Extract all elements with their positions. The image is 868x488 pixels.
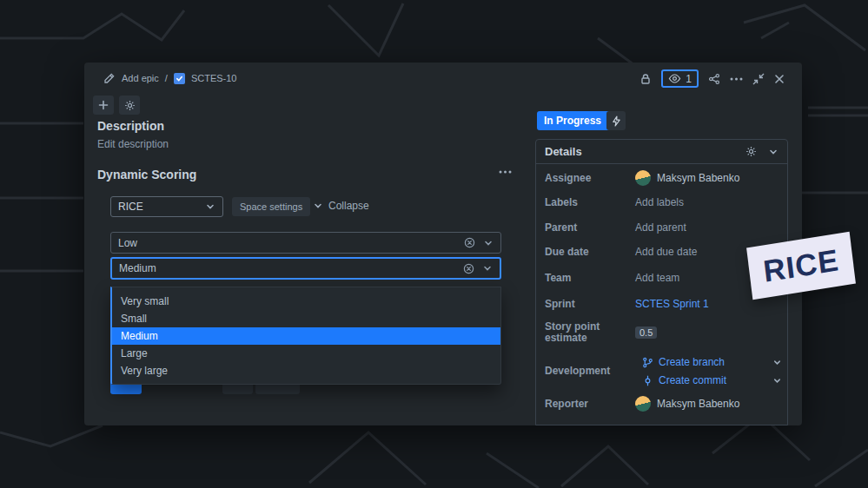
space-settings-button[interactable]: Space settings bbox=[232, 197, 310, 216]
add-button[interactable] bbox=[93, 96, 114, 115]
field-parent[interactable]: Parent Add parent bbox=[545, 219, 782, 236]
desktop-background: Add epic / SCTES-10 1 bbox=[0, 0, 868, 488]
branch-icon bbox=[642, 357, 653, 368]
team-label: Team bbox=[545, 272, 635, 284]
option-small[interactable]: Small bbox=[112, 310, 500, 327]
watch-button[interactable]: 1 bbox=[661, 69, 699, 88]
parent-value[interactable]: Add parent bbox=[635, 221, 686, 234]
more-actions-icon[interactable] bbox=[730, 77, 743, 81]
details-title: Details bbox=[545, 145, 582, 158]
collapse-label: Collapse bbox=[328, 200, 369, 212]
option-medium[interactable]: Medium bbox=[112, 327, 500, 345]
rice-sticker-text: RICE bbox=[761, 242, 840, 288]
framework-select[interactable]: RICE bbox=[110, 196, 223, 217]
due-date-value[interactable]: Add due date bbox=[635, 246, 697, 258]
create-branch-link[interactable]: Create branch bbox=[659, 356, 725, 368]
breadcrumb-separator: / bbox=[165, 73, 168, 83]
clear-icon[interactable] bbox=[463, 263, 474, 274]
labels-label: Labels bbox=[545, 196, 635, 208]
edit-epic-icon[interactable] bbox=[103, 72, 116, 84]
field-assignee[interactable]: Assignee Maksym Babenko bbox=[545, 169, 782, 187]
breadcrumb: Add epic / SCTES-10 bbox=[103, 72, 236, 84]
field-sprint[interactable]: Sprint SCTES Sprint 1 bbox=[545, 295, 782, 313]
score-field-medium[interactable]: Medium bbox=[110, 257, 501, 280]
option-very-large[interactable]: Very large bbox=[112, 362, 500, 379]
avatar bbox=[635, 170, 651, 186]
chevron-down-icon[interactable] bbox=[483, 238, 494, 248]
sprint-value[interactable]: SCTES Sprint 1 bbox=[635, 298, 709, 310]
chevron-down-icon[interactable] bbox=[482, 263, 493, 274]
reporter-label: Reporter bbox=[545, 398, 635, 410]
chevron-down-icon[interactable] bbox=[772, 358, 782, 367]
parent-label: Parent bbox=[545, 221, 635, 234]
edit-description-link[interactable]: Edit description bbox=[97, 138, 169, 150]
development-label: Development bbox=[545, 365, 635, 377]
field-team[interactable]: Team Add team bbox=[545, 269, 782, 287]
apps-settings-button[interactable] bbox=[119, 96, 140, 115]
create-commit-row[interactable]: Create commit bbox=[642, 372, 782, 389]
score-field-low-value: Low bbox=[118, 237, 137, 249]
assignee-value: Maksym Babenko bbox=[657, 172, 739, 184]
create-commit-link[interactable]: Create commit bbox=[659, 374, 726, 386]
framework-select-value: RICE bbox=[118, 201, 143, 213]
details-header[interactable]: Details bbox=[536, 140, 787, 164]
field-reporter[interactable]: Reporter Maksym Babenko bbox=[545, 395, 782, 412]
close-icon[interactable] bbox=[774, 74, 785, 84]
create-branch-row[interactable]: Create branch bbox=[642, 353, 782, 371]
collapse-modal-icon[interactable] bbox=[752, 73, 765, 85]
watch-count: 1 bbox=[686, 73, 692, 85]
quick-add-toolbar bbox=[93, 96, 140, 115]
labels-value[interactable]: Add labels bbox=[635, 196, 684, 208]
story-points-value[interactable]: 0.5 bbox=[635, 326, 657, 339]
chevron-down-icon[interactable] bbox=[772, 376, 782, 386]
lightning-icon bbox=[612, 115, 621, 127]
lock-icon[interactable] bbox=[639, 73, 652, 85]
details-settings-icon[interactable] bbox=[745, 146, 757, 157]
space-settings-label: Space settings bbox=[240, 201, 302, 212]
field-labels[interactable]: Labels Add labels bbox=[545, 194, 782, 211]
task-type-icon bbox=[174, 73, 185, 84]
eye-icon bbox=[668, 72, 681, 85]
chevron-down-icon[interactable] bbox=[768, 147, 779, 157]
collapse-toggle[interactable]: Collapse bbox=[313, 200, 369, 212]
description-heading: Description bbox=[97, 119, 164, 133]
header-controls: 1 bbox=[639, 69, 785, 88]
team-value[interactable]: Add team bbox=[635, 272, 679, 284]
issue-modal: Add epic / SCTES-10 1 bbox=[84, 63, 802, 425]
commit-icon bbox=[642, 375, 653, 386]
option-large[interactable]: Large bbox=[112, 345, 500, 362]
assignee-label: Assignee bbox=[545, 172, 635, 184]
automation-button[interactable] bbox=[606, 111, 626, 130]
field-story-points[interactable]: Story point estimate 0.5 bbox=[545, 320, 782, 345]
sprint-label: Sprint bbox=[545, 298, 635, 310]
score-options-listbox: Very small Small Medium Large Very large bbox=[110, 287, 501, 385]
chevron-down-icon bbox=[205, 201, 215, 212]
chevron-down-icon bbox=[313, 201, 323, 211]
score-field-low[interactable]: Low bbox=[110, 232, 501, 254]
share-icon[interactable] bbox=[708, 73, 720, 85]
status-label: In Progress bbox=[544, 115, 601, 127]
score-field-medium-value: Medium bbox=[119, 262, 156, 274]
option-very-small[interactable]: Very small bbox=[112, 293, 500, 310]
story-points-label: Story point estimate bbox=[545, 321, 635, 344]
issue-key-link[interactable]: SCTES-10 bbox=[191, 73, 237, 83]
add-epic-link[interactable]: Add epic bbox=[122, 73, 159, 83]
due-date-label: Due date bbox=[545, 246, 635, 258]
dynamic-scoring-heading: Dynamic Scoring bbox=[97, 168, 196, 181]
avatar bbox=[635, 396, 651, 412]
reporter-value: Maksym Babenko bbox=[657, 398, 739, 410]
clear-icon[interactable] bbox=[464, 237, 475, 248]
scoring-more-icon[interactable] bbox=[499, 170, 512, 174]
